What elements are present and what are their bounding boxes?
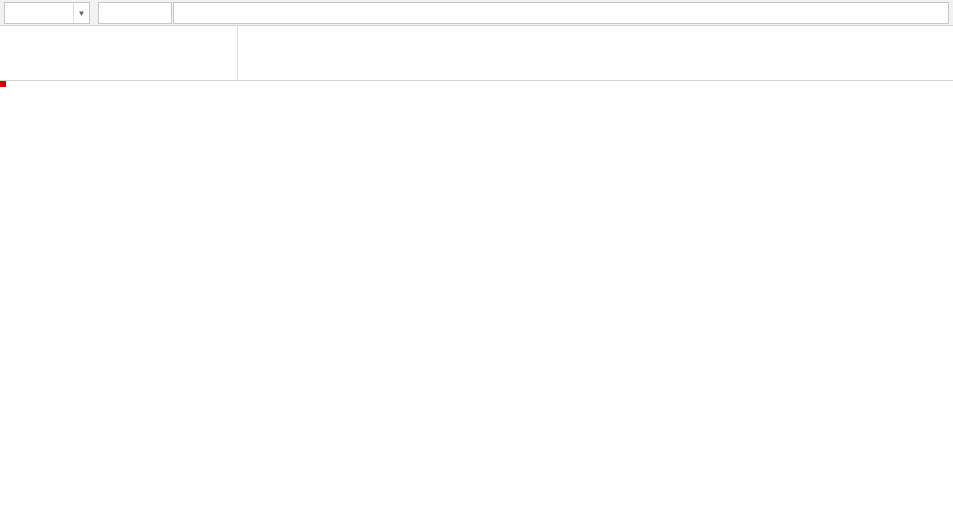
formula-buttons <box>98 2 172 24</box>
highlight-annotation <box>0 81 6 87</box>
formula-input[interactable] <box>174 6 948 21</box>
ribbon-collapsed-area <box>0 26 953 81</box>
name-box-wrap: ▼ <box>4 2 90 24</box>
name-box[interactable] <box>5 6 73 21</box>
formula-input-wrap <box>173 2 949 24</box>
cancel-formula-button[interactable] <box>99 3 123 23</box>
confirm-formula-button[interactable] <box>123 3 147 23</box>
name-box-dropdown[interactable]: ▼ <box>73 3 89 23</box>
chevron-down-icon: ▼ <box>78 9 86 18</box>
insert-function-button[interactable] <box>147 3 171 23</box>
formula-bar: ▼ <box>0 0 953 26</box>
